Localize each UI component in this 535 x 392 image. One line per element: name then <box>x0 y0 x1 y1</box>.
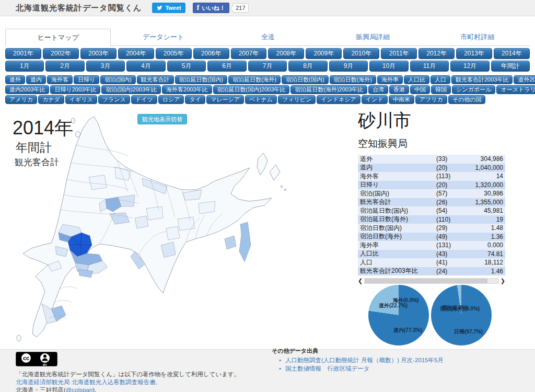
year-button[interactable]: 2011年 <box>381 48 417 59</box>
category-button[interactable]: ベトナム <box>245 95 277 104</box>
cc-by-badge[interactable]: cc BY <box>16 352 240 368</box>
month-button[interactable]: 10月 <box>369 61 408 72</box>
category-button[interactable]: 台湾 <box>368 85 388 94</box>
table-row[interactable]: 海外率 (131) 0.000 <box>358 241 505 250</box>
category-button[interactable]: 道外2003年比 <box>514 75 535 84</box>
year-button[interactable]: 2010年 <box>343 48 379 59</box>
hokkaido-choropleth-map[interactable] <box>9 113 352 348</box>
category-button[interactable]: 道内 <box>26 75 46 84</box>
table-row[interactable]: 宿泊日数(海外) (49) 1.36 <box>358 233 505 241</box>
year-button[interactable]: 2009年 <box>306 48 342 59</box>
month-button[interactable]: 1月 <box>5 61 44 72</box>
category-button[interactable]: 日帰り2003年比 <box>50 85 100 94</box>
month-button[interactable]: 8月 <box>288 61 327 72</box>
category-button[interactable]: 海外客2003年比 <box>162 85 212 94</box>
table-row[interactable]: 観光客合計2003年比 (24) 1.46 <box>358 267 505 276</box>
category-button[interactable]: フィリピン <box>278 95 316 104</box>
year-button[interactable]: 2003年 <box>80 48 117 59</box>
source-link[interactable]: 人口動態調査(人口動態統計 月報（概数）) 月次-2015年5月 <box>285 357 444 363</box>
scroll-right-arrow-icon[interactable]: ❯ <box>501 277 505 285</box>
category-button[interactable]: イギリス <box>65 95 97 104</box>
scroll-left-arrow-icon[interactable]: ❮ <box>358 277 363 285</box>
category-button[interactable]: 宿泊延日数(海外) <box>228 75 281 84</box>
category-button[interactable]: シンガポール <box>452 85 495 94</box>
year-button[interactable]: 2012年 <box>418 48 455 59</box>
category-button[interactable]: アメリカ <box>5 95 37 104</box>
table-row[interactable]: 宿泊(国内) (57) 30,986 <box>358 189 505 198</box>
category-button[interactable]: 海外客 <box>47 75 73 84</box>
month-button[interactable]: 11月 <box>410 61 449 72</box>
category-button[interactable]: インド <box>362 95 388 104</box>
category-button[interactable]: 観光客合計 <box>137 75 174 84</box>
table-row[interactable]: 海外客 (113) 14 <box>358 172 505 181</box>
year-button[interactable]: 2006年 <box>193 48 229 59</box>
table-row[interactable]: 人口比 (43) 74.81 <box>358 250 505 259</box>
category-button[interactable]: 道外 <box>5 75 25 84</box>
category-button[interactable]: その他の国 <box>448 95 486 104</box>
category-button[interactable]: 宿泊(国内) <box>100 75 135 84</box>
table-row[interactable]: 観光客合計 (26) 1,355,000 <box>358 198 505 207</box>
year-button[interactable]: 2014年 <box>494 48 530 59</box>
category-button[interactable]: ドイツ <box>131 95 157 104</box>
source-link[interactable]: 国土数値情報 行政区域データ <box>285 365 370 372</box>
source-report-link[interactable]: 北海道経済部観光局 北海道観光入込客数調査報告書, <box>16 379 157 385</box>
colspan-link[interactable]: @colspan <box>66 387 92 392</box>
category-button[interactable]: 人口 <box>431 75 450 84</box>
table-row[interactable]: 宿泊延日数(国内) (54) 45,981 <box>358 206 505 215</box>
category-button[interactable]: タイ <box>185 95 205 104</box>
category-button[interactable]: 宿泊日数(国内) <box>282 75 328 84</box>
scrollbar-thumb[interactable] <box>365 279 487 283</box>
table-row[interactable]: 日帰り (20) 1,320,000 <box>358 181 505 190</box>
category-button[interactable]: 宿泊延日数(国内)2003年比 <box>213 85 290 94</box>
tab[interactable]: 全道 <box>216 29 320 46</box>
category-button[interactable]: フランス <box>98 95 130 104</box>
category-button[interactable]: 人口比 <box>404 75 429 84</box>
tab[interactable]: データシート <box>111 29 215 46</box>
category-button[interactable]: 香港 <box>389 85 409 94</box>
month-button[interactable]: 9月 <box>329 61 368 72</box>
month-button[interactable]: 5月 <box>167 61 206 72</box>
category-button[interactable]: オーストラリア <box>496 85 535 94</box>
category-button[interactable]: アフリカ <box>415 95 447 104</box>
scrollbar-track[interactable] <box>364 278 499 284</box>
tweet-button[interactable]: Tweet <box>152 3 185 13</box>
month-button[interactable]: 2月 <box>45 61 84 72</box>
category-button[interactable]: ロシア <box>158 95 184 104</box>
month-button[interactable]: 4月 <box>126 61 165 72</box>
category-button[interactable]: 韓国 <box>431 85 451 94</box>
table-row[interactable]: 道内 (20) 1,040,000 <box>358 164 505 172</box>
category-button[interactable]: 日帰り <box>74 75 99 84</box>
month-button[interactable]: 12月 <box>450 61 489 72</box>
table-row[interactable]: 宿泊延日数(海外) (110) 19 <box>358 215 505 224</box>
month-button[interactable]: 3月 <box>86 61 125 72</box>
tab[interactable]: 振興局詳細 <box>320 29 425 46</box>
category-button[interactable]: 海外率 <box>377 75 403 84</box>
category-button[interactable]: 道内2003年比 <box>5 85 49 94</box>
year-button[interactable]: 2013年 <box>456 48 492 59</box>
category-button[interactable]: 中国 <box>410 85 430 94</box>
table-row[interactable]: 宿泊日数(国内) (29) 1.48 <box>358 224 505 233</box>
category-button[interactable]: 観光客合計2003年比 <box>451 75 513 84</box>
facebook-like-button[interactable]: f いいね！ <box>193 3 229 13</box>
category-button[interactable]: インドネシア <box>317 95 360 104</box>
year-button[interactable]: 2004年 <box>118 48 154 59</box>
category-button[interactable]: カナダ <box>38 95 64 104</box>
year-button[interactable]: 2005年 <box>156 48 192 59</box>
tab[interactable]: ヒートマップ <box>5 29 111 46</box>
table-row[interactable]: 人口 (41) 18,112 <box>358 258 505 267</box>
category-button[interactable]: 宿泊日数(海外) <box>330 75 376 84</box>
category-button[interactable]: 中南米 <box>389 95 414 104</box>
sightseeing-toggle-button[interactable]: 観光地表示切替 <box>137 114 187 124</box>
category-button[interactable]: 宿泊延日数(海外)2003年比 <box>290 85 367 94</box>
year-button[interactable]: 2008年 <box>268 48 304 59</box>
year-button[interactable]: 2002年 <box>43 48 79 59</box>
year-button[interactable]: 2007年 <box>231 48 267 59</box>
month-button[interactable]: 6月 <box>207 61 246 72</box>
table-row[interactable]: 道外 (33) 304,986 <box>358 155 505 164</box>
category-button[interactable]: 宿泊(国内)2003年比 <box>101 85 161 94</box>
month-button[interactable]: 7月 <box>248 61 287 72</box>
category-button[interactable]: マレーシア <box>206 95 244 104</box>
year-button[interactable]: 2001年 <box>5 48 41 59</box>
month-button[interactable]: 年間計 <box>491 61 530 72</box>
category-button[interactable]: 宿泊延日数(国内) <box>175 75 227 84</box>
